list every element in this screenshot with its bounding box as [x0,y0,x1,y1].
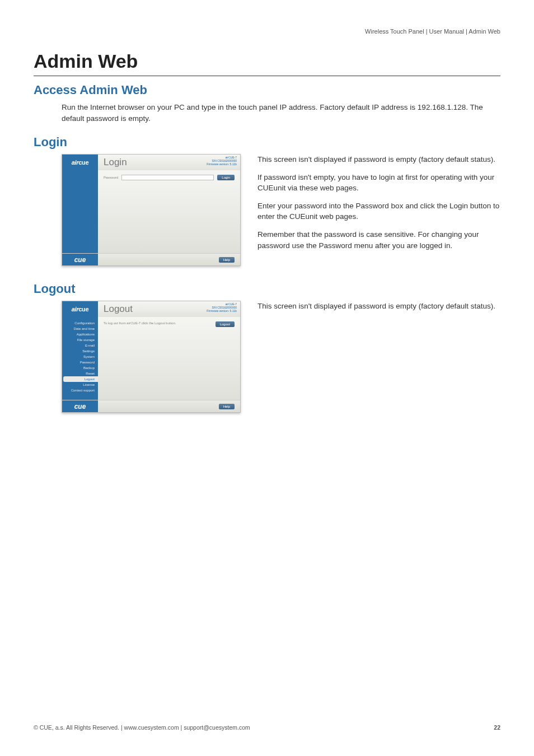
breadcrumb: Wireless Touch Panel | User Manual | Adm… [34,28,500,35]
brand-cell: aircue [62,155,98,170]
cue-logo: cue [74,403,86,410]
brand-cell: aircue [62,301,98,317]
heading-login: Login [34,135,500,150]
footer-left: © CUE, a.s. All Rights Reserved. | www.c… [34,724,250,731]
window-meta: airCUE-7 S/N CS0162000000 Firmware versi… [195,155,240,170]
page-title: Admin Web [34,50,500,76]
page-footer: © CUE, a.s. All Rights Reserved. | www.c… [34,724,500,731]
heading-logout: Logout [34,282,500,296]
sidebar-item[interactable]: E-mail [62,343,98,348]
sidebar-item[interactable]: File storage [62,337,98,343]
help-button[interactable]: Help [219,257,235,263]
page-number: 22 [494,724,500,731]
heading-access: Access Admin Web [34,83,500,97]
sidebar-item[interactable]: System [62,354,98,360]
password-input[interactable] [121,175,214,180]
sidebar-item[interactable]: Configuration [62,320,98,326]
login-button[interactable]: Login [217,175,235,180]
login-p1: This screen isn't displayed if password … [257,154,500,165]
help-button[interactable]: Help [219,404,235,409]
sidebar-empty [62,170,98,253]
sidebar-item[interactable]: Settings [62,348,98,354]
window-title: Login [98,155,195,170]
sidebar-item[interactable]: Logout [63,376,98,382]
window-meta: airCUE-7 S/N CS0162000000 Firmware versi… [195,301,240,317]
sidebar-item[interactable]: License [62,382,98,388]
cue-logo: cue [74,256,86,264]
aircue-logo: aircue [72,306,89,312]
login-p4: Remember that the password is case sensi… [257,229,500,251]
sidebar-item[interactable]: Backup [62,365,98,371]
sidebar-item[interactable]: Applications [62,332,98,337]
sidebar-item[interactable]: Date and time [62,326,98,332]
cue-brand: cue [62,400,98,412]
logout-button[interactable]: Logout [216,321,235,327]
sidebar-item[interactable]: Reset [62,371,98,376]
logout-window: aircue Logout airCUE-7 S/N CS0162000000 … [62,301,241,413]
logout-p1: This screen isn't displayed if password … [257,301,500,312]
meta-firmware: Firmware version: 5.11b [195,162,237,166]
login-p2: If password isn't empty, you have to log… [257,172,500,194]
logout-text: To log out from airCUE-7 click the Logou… [104,321,176,325]
sidebar-item[interactable]: Contact support [62,388,98,393]
aircue-logo: aircue [72,159,89,166]
logout-description: This screen isn't displayed if password … [257,301,500,413]
login-description: This screen isn't displayed if password … [257,154,500,266]
sidebar: ConfigurationDate and timeApplicationsFi… [62,317,98,400]
sidebar-item[interactable]: Password [62,360,98,365]
cue-brand: cue [62,254,98,265]
meta-firmware: Firmware version: 5.11b [195,309,237,312]
login-p3: Enter your password into the Password bo… [257,200,500,222]
login-window: aircue Login airCUE-7 S/N CS0162000000 F… [62,154,241,266]
password-label: Password [104,176,118,179]
access-text: Run the Internet browser on your PC and … [62,102,500,124]
window-title: Logout [98,301,195,317]
